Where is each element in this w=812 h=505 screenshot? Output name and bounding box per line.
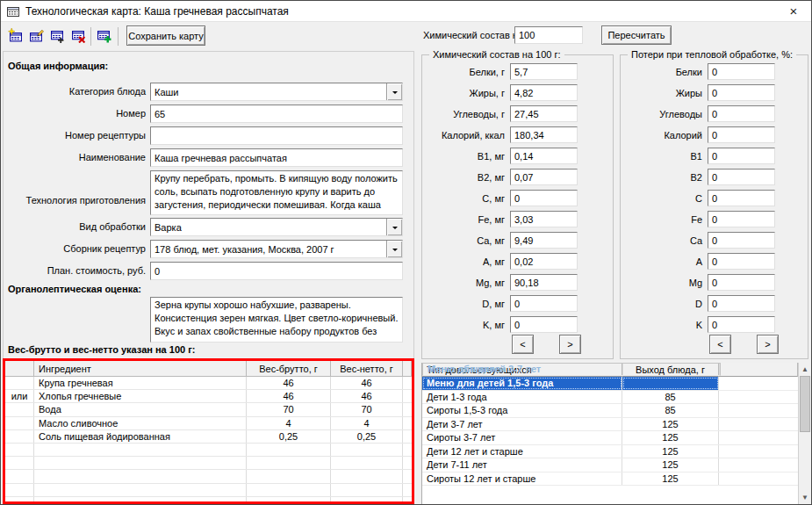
category-combobox[interactable]: [150, 83, 403, 101]
card-add-icon: [50, 28, 65, 45]
ingredient-spacer-cell: [403, 484, 412, 496]
losses-input[interactable]: [708, 169, 775, 185]
table-row[interactable]: [5, 470, 412, 483]
recipe-number-input[interactable]: [150, 126, 403, 145]
servings-yield-cell: 85: [622, 404, 719, 417]
chem-input[interactable]: [510, 295, 578, 312]
servings-row[interactable]: Меню обычное: [422, 363, 721, 376]
chem-prev-button[interactable]: <: [512, 335, 534, 354]
chem-input[interactable]: [510, 126, 578, 143]
ingredient-spacer-cell: [403, 457, 412, 469]
scrollbar-thumb[interactable]: [800, 376, 810, 432]
chem-input[interactable]: [510, 274, 578, 291]
chevron-down-icon[interactable]: [386, 219, 402, 235]
chem-input[interactable]: [510, 148, 578, 164]
servings-row[interactable]: Дети 1-3 года85: [422, 391, 798, 405]
losses-input[interactable]: [708, 84, 775, 101]
losses-input[interactable]: [708, 148, 775, 164]
table-row[interactable]: Соль пищевая йодированная0,250,25: [5, 430, 412, 444]
save-card-button[interactable]: Сохранить карту: [126, 25, 205, 46]
losses-label: K: [696, 320, 702, 330]
chem-input[interactable]: [510, 253, 578, 270]
chem-input[interactable]: [510, 232, 578, 249]
ingredient-prefix-cell: [5, 417, 34, 429]
title-bar: Технологическая карта: Каша гречневая ра…: [1, 1, 811, 22]
toolbar-separator: [118, 27, 119, 46]
losses-input[interactable]: [708, 190, 775, 206]
chem-label: Белки, г: [470, 67, 505, 77]
recalc-button[interactable]: Пересчитать: [601, 25, 672, 45]
losses-input[interactable]: [708, 232, 775, 249]
chem-input[interactable]: [510, 63, 578, 80]
category-value[interactable]: [151, 83, 386, 100]
ingredient-spacer-cell: [403, 470, 412, 482]
dish-name-input[interactable]: [150, 148, 403, 167]
recipe-book-value[interactable]: [151, 241, 386, 257]
losses-input[interactable]: [708, 316, 775, 333]
losses-input[interactable]: [708, 253, 775, 270]
servings-scrollbar[interactable]: ▲ ▼: [798, 363, 811, 504]
table-row[interactable]: [5, 444, 412, 457]
table-row[interactable]: Вода7070: [5, 403, 412, 416]
losses-input[interactable]: [708, 126, 775, 143]
scroll-down-icon[interactable]: ▼: [799, 491, 811, 504]
losses-input[interactable]: [708, 105, 775, 122]
table-row[interactable]: Масло сливочное44: [5, 417, 412, 430]
losses-input[interactable]: [708, 274, 775, 291]
general-heading: Общая информация:: [8, 61, 108, 71]
number-input[interactable]: [150, 105, 403, 123]
servings-table[interactable]: Тип довольствующихсяВыход блюда, гМеню д…: [421, 363, 798, 504]
scroll-up-icon[interactable]: ▲: [799, 363, 811, 376]
ingredient-gross-cell: [247, 497, 331, 501]
recipe-number-label: Номер рецептуры: [8, 130, 146, 141]
losses-input[interactable]: [708, 211, 775, 227]
chem-basis-input[interactable]: [514, 26, 583, 44]
append-card-button[interactable]: [94, 26, 114, 47]
delete-card-button[interactable]: [68, 26, 89, 47]
servings-row[interactable]: Сироты 1,5-3 года85: [422, 404, 798, 418]
ingredients-header-row: ИнгредиентВес-брутто, гВес-нетто, г: [5, 361, 412, 377]
losses-next-button[interactable]: >: [757, 335, 779, 354]
new-card-button[interactable]: [5, 26, 25, 47]
edit-card-button[interactable]: [26, 26, 47, 47]
losses-prev-button[interactable]: <: [709, 335, 731, 354]
technology-textarea[interactable]: Крупу перебрать, промыть. В кипящую воду…: [150, 170, 403, 215]
servings-row[interactable]: Сироты 12 лет и старше125: [422, 473, 798, 487]
organoleptic-textarea[interactable]: Зерна крупы хорошо набухшие, разварены. …: [150, 297, 403, 343]
chevron-down-icon[interactable]: [386, 83, 402, 100]
recipe-book-combobox[interactable]: [150, 240, 403, 258]
chem-input[interactable]: [510, 316, 578, 333]
table-row[interactable]: [5, 457, 412, 470]
losses-input[interactable]: [708, 63, 775, 80]
chevron-down-icon[interactable]: [386, 241, 402, 257]
chem-input[interactable]: [510, 190, 578, 206]
losses-input[interactable]: [708, 295, 775, 312]
close-button[interactable]: ×: [776, 1, 811, 21]
card-append-icon: [97, 28, 111, 45]
chem-input[interactable]: [510, 105, 578, 122]
servings-row[interactable]: Дети 3-7 лет125: [422, 418, 798, 432]
table-row[interactable]: Крупа гречневая4646: [5, 377, 412, 390]
servings-name-cell: Дети 7-11 лет: [422, 458, 622, 472]
ingredients-table[interactable]: ИнгредиентВес-брутто, гВес-нетто, гКрупа…: [5, 361, 412, 501]
processing-value[interactable]: [151, 219, 386, 235]
chem-row: K, мг: [483, 316, 578, 333]
ingredient-gross-cell: [247, 444, 331, 456]
chem-input[interactable]: [510, 211, 578, 227]
servings-row[interactable]: Дети 12 лет и старше125: [422, 445, 798, 459]
ingredient-net-cell: [331, 457, 403, 469]
servings-row[interactable]: Сироты 3-7 лет125: [422, 431, 798, 445]
chem-next-button[interactable]: >: [559, 335, 581, 354]
chem-input[interactable]: [510, 84, 578, 101]
table-row[interactable]: [5, 497, 412, 501]
ingredient-spacer-cell: [403, 390, 412, 402]
servings-row[interactable]: Меню для детей 1,5-3 года: [422, 377, 798, 391]
processing-combobox[interactable]: [150, 218, 403, 236]
table-row[interactable]: [5, 484, 412, 497]
add-card-button[interactable]: [47, 26, 68, 47]
cost-input[interactable]: [150, 262, 403, 280]
servings-row[interactable]: Дети 7-11 лет125: [422, 458, 798, 473]
ingredient-name-cell: Соль пищевая йодированная: [34, 430, 247, 443]
chem-input[interactable]: [510, 169, 578, 185]
table-row[interactable]: илиХлопья гречневые4646: [5, 390, 412, 403]
